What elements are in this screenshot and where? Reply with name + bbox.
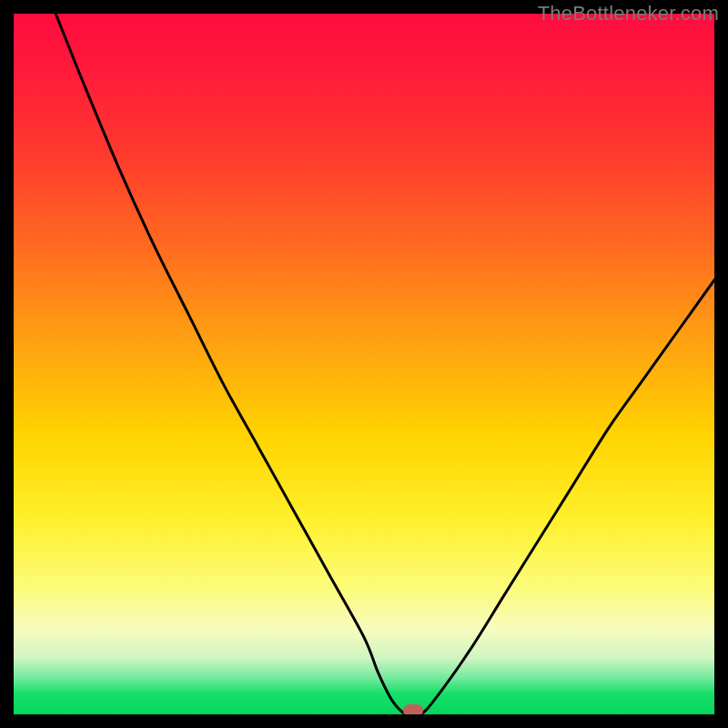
bottleneck-curve: [14, 14, 714, 714]
chart-frame: TheBottleneker.com: [0, 0, 728, 728]
optimal-marker: [403, 704, 423, 714]
plot-area: [14, 14, 714, 714]
curve-path: [56, 14, 714, 714]
watermark-text: TheBottleneker.com: [538, 2, 719, 25]
